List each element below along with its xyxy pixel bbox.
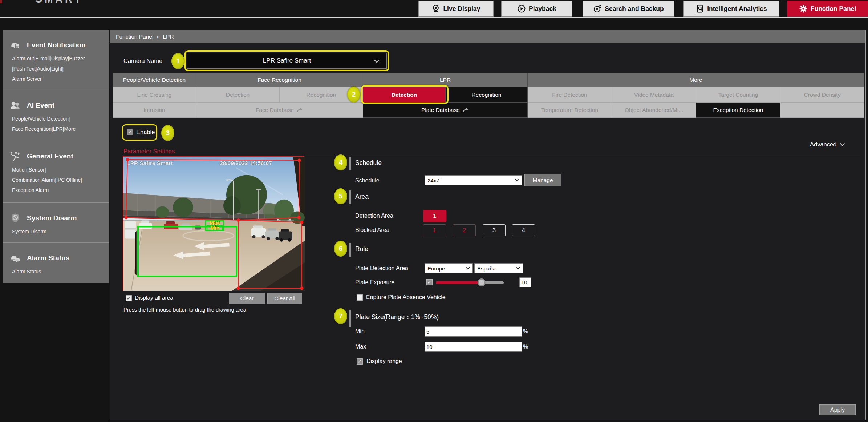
blocked-area-1-button[interactable]: 1 — [423, 224, 446, 236]
plate-exposure-value-input[interactable] — [519, 277, 531, 287]
plate-country-value: España — [477, 265, 496, 272]
sidebar-desc-ai-event: People/Vehicle Detection| Face Recogniti… — [12, 114, 109, 134]
magnifier-panel-icon — [695, 4, 704, 13]
top-bar: SMART Live Display Playback Search and B… — [0, 0, 868, 17]
apply-button[interactable]: Apply — [819, 404, 856, 415]
rule-section-title: Rule — [355, 245, 368, 253]
app-window: SMART Live Display Playback Search and B… — [0, 0, 868, 422]
annotation-badge-7: 7 — [334, 308, 347, 324]
tab-line-crossing: Line Crossing — [113, 87, 196, 103]
jump-arrow-icon — [463, 108, 469, 112]
blocked-area-4-button[interactable]: 4 — [512, 224, 535, 236]
sidebar-title-alarm-status: Alarm Status — [27, 254, 69, 262]
plate-region-value: Europe — [427, 265, 445, 272]
max-size-input[interactable] — [425, 342, 522, 352]
jump-arrow-icon — [297, 108, 303, 112]
sidebar-item-system-disarm[interactable]: System Disarm System Disarm — [3, 202, 109, 242]
playback-button[interactable]: Playback — [501, 1, 572, 17]
annotation-badge-5: 5 — [334, 188, 347, 204]
app-logo: SMART — [36, 0, 83, 5]
function-panel-button[interactable]: Function Panel — [787, 1, 868, 17]
clear-all-button[interactable]: Clear All — [267, 293, 302, 304]
annotation-badge-2: 2 — [347, 87, 360, 103]
tab-group-people-vehicle: People/Vehicle Detection — [113, 73, 196, 87]
area-section-title: Area — [355, 193, 369, 201]
osd-camera-name: LPR Safire Smart — [127, 160, 173, 166]
live-display-button[interactable]: Live Display — [418, 1, 494, 17]
search-and-backup-button[interactable]: Search and Backup — [583, 1, 674, 17]
play-circle-icon — [517, 4, 526, 13]
tab-exception-detection[interactable]: Exception Detection — [696, 103, 780, 118]
camera-name-label: Camera Name — [123, 57, 162, 64]
max-unit-label: % — [523, 343, 528, 350]
tab-fire-detection: Fire Detection — [528, 87, 612, 103]
plate-exposure-slider-thumb[interactable] — [478, 278, 486, 286]
shield-disarm-icon — [9, 212, 21, 224]
manage-button[interactable]: Manage — [524, 174, 561, 186]
section-bar — [349, 190, 351, 204]
schedule-select[interactable]: 24x7 — [425, 175, 522, 185]
live-display-label: Live Display — [443, 5, 480, 13]
chevron-down-icon — [374, 59, 380, 63]
max-label: Max — [355, 343, 366, 350]
chevron-down-icon — [840, 143, 845, 146]
sidebar-title-ai-event: AI Event — [27, 101, 54, 109]
display-range-checkbox[interactable] — [357, 358, 363, 365]
blocked-area-3-button[interactable]: 3 — [483, 224, 506, 236]
schedule-label: Schedule — [355, 177, 380, 184]
tab-target-counting: Target Counting — [696, 87, 780, 103]
search-and-backup-label: Search and Backup — [605, 5, 664, 13]
sidebar-desc-general-event: Motion|Sensor| Combination Alarm|IPC Off… — [12, 165, 109, 195]
clear-button[interactable]: Clear — [229, 293, 265, 304]
plate-exposure-slider-track[interactable] — [436, 281, 504, 284]
display-all-area-checkbox[interactable] — [126, 295, 132, 301]
sidebar: Event Notification Alarm-out|E-mail|Disp… — [3, 30, 109, 283]
tab-face-database: Face Database — [196, 103, 363, 118]
tab-lpr-detection-selected[interactable]: Detection — [363, 87, 446, 103]
bell-document-icon — [9, 39, 21, 51]
blocked-area-2-button[interactable]: 2 — [453, 224, 476, 236]
playback-label: Playback — [529, 5, 556, 13]
bell-chat-icon — [9, 252, 21, 264]
min-label: Min — [355, 328, 365, 335]
breadcrumb-separator-icon: ▸ — [157, 34, 159, 39]
enable-checkbox[interactable] — [127, 129, 133, 135]
sidebar-item-general-event[interactable]: General Event Motion|Sensor| Combination… — [3, 141, 109, 202]
tab-plate-database-label: Plate Database — [421, 107, 460, 113]
camera-preview-image: LPR Safire Smart 28/09/2023 14:56:07 Max… — [123, 157, 305, 291]
intelligent-analytics-button[interactable]: Intelligent Analytics — [683, 1, 779, 17]
sidebar-desc-system-disarm: System Disarm — [12, 226, 109, 237]
plate-exposure-label: Plate Exposure — [355, 279, 395, 286]
tab-video-metadata: Video Metadata — [612, 87, 696, 103]
tab-face-detection: Detection — [196, 87, 280, 103]
disc-icon — [593, 4, 602, 13]
chevron-down-icon — [516, 267, 520, 270]
camera-preview-canvas[interactable]: LPR Safire Smart 28/09/2023 14:56:07 Max… — [123, 156, 304, 291]
capture-plate-absence-checkbox[interactable] — [357, 294, 363, 301]
plate-region-select[interactable]: Europe — [425, 263, 473, 273]
detection-area-1-button[interactable]: 1 — [423, 210, 446, 222]
sidebar-item-ai-event[interactable]: AI Event People/Vehicle Detection| Face … — [3, 90, 109, 141]
min-size-input[interactable] — [425, 326, 522, 337]
osd-timestamp: 28/09/2023 14:56:07 — [220, 160, 272, 166]
sidebar-item-event-notification[interactable]: Event Notification Alarm-out|E-mail|Disp… — [3, 30, 109, 90]
min-label: Min — [211, 225, 219, 231]
sidebar-title-system-disarm: System Disarm — [27, 214, 77, 222]
tab-plate-database[interactable]: Plate Database — [363, 103, 528, 118]
sidebar-item-alarm-status[interactable]: Alarm Status Alarm Status — [3, 242, 109, 283]
sidebar-title-event-notification: Event Notification — [27, 41, 86, 49]
advanced-label: Advanced — [810, 141, 836, 148]
plate-exposure-checkbox[interactable] — [426, 279, 433, 285]
tab-crowd-density: Crowd Density — [780, 87, 864, 103]
topbar-separator — [0, 17, 868, 18]
gear-icon — [799, 4, 808, 13]
tab-lpr-recognition[interactable]: Recognition — [446, 87, 528, 103]
function-panel-label: Function Panel — [811, 5, 856, 13]
plate-country-select[interactable]: España — [474, 263, 523, 273]
breadcrumb-root[interactable]: Function Panel — [116, 33, 153, 40]
camera-name-select[interactable]: LPR Safire Smart — [187, 53, 387, 69]
plate-exposure-slider-fill — [436, 281, 479, 284]
advanced-toggle[interactable]: Advanced — [810, 141, 845, 148]
annotation-badge-3: 3 — [161, 125, 174, 141]
display-range-label: Display range — [366, 358, 402, 365]
